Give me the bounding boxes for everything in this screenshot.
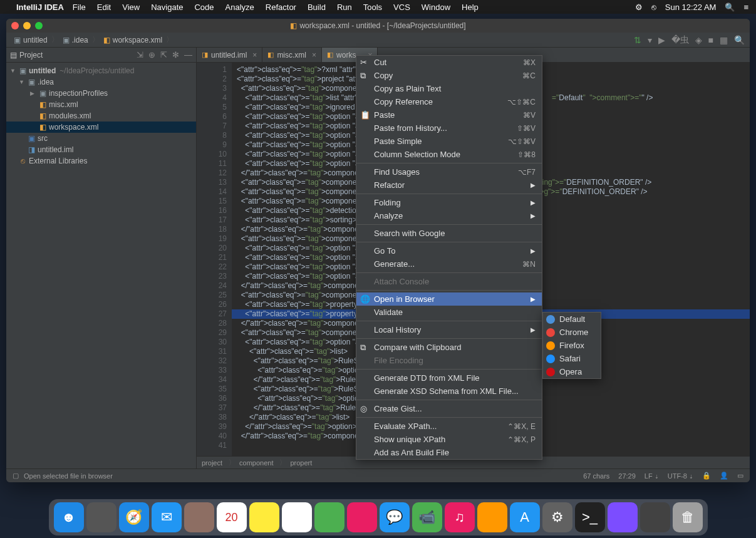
minimize-button[interactable]: [23, 22, 31, 29]
coverage-icon[interactable]: ◈: [695, 35, 702, 45]
ctx-generate-[interactable]: Generate...⌘N: [356, 257, 542, 271]
dropdown-icon[interactable]: ▾: [648, 35, 652, 45]
breadcrumb-item[interactable]: component: [239, 459, 273, 467]
menu-window[interactable]: Window: [422, 3, 450, 12]
dock-messages[interactable]: 💬: [380, 502, 410, 532]
ctx-local-history[interactable]: Local History▶: [356, 323, 542, 336]
ctx-go-to[interactable]: Go To▶: [356, 244, 542, 257]
browser-firefox[interactable]: Firefox: [543, 339, 601, 352]
build-icon[interactable]: ⇅: [634, 35, 641, 45]
maximize-button[interactable]: [35, 22, 43, 29]
breadcrumb-item[interactable]: propert: [290, 459, 312, 467]
status-encoding[interactable]: UTF-8 ⇣: [668, 472, 693, 480]
menu-build[interactable]: Build: [308, 3, 326, 12]
menu-navigate[interactable]: Navigate: [151, 3, 183, 12]
dock-intellij[interactable]: [608, 502, 638, 532]
menu-help[interactable]: Help: [462, 3, 479, 12]
tree-root[interactable]: ▼▣untitled~/IdeaProjects/untitled: [6, 65, 196, 76]
ctx-copy-reference[interactable]: Copy Reference⌥⇧⌘C: [356, 95, 542, 108]
close-button[interactable]: [11, 22, 19, 29]
ctx-folding[interactable]: Folding▶: [356, 196, 542, 209]
ctx-attach-console[interactable]: Attach Console: [356, 275, 542, 288]
inspector-icon[interactable]: 👤: [720, 472, 728, 480]
ctx-compare-with-clipboard[interactable]: ⧉Compare with Clipboard: [356, 341, 542, 354]
ctx-find-usages[interactable]: Find Usages⌥F7: [356, 165, 542, 178]
close-icon[interactable]: ×: [252, 51, 257, 59]
menu-edit[interactable]: Edit: [97, 3, 111, 12]
lock-icon[interactable]: 🔒: [702, 472, 711, 480]
dock-launchpad[interactable]: [86, 502, 117, 532]
dock-terminal[interactable]: >_: [575, 502, 605, 532]
dock-calendar[interactable]: 20: [217, 502, 247, 532]
ctx-paste[interactable]: 📋Paste⌘V: [356, 108, 542, 122]
tree-misc-xml[interactable]: ◧misc.xml: [6, 99, 196, 110]
menu-view[interactable]: View: [122, 3, 140, 12]
menu-code[interactable]: Code: [194, 3, 214, 12]
dock-appstore[interactable]: A: [510, 502, 540, 532]
dock-maps[interactable]: [314, 502, 344, 532]
dock-contacts[interactable]: [184, 502, 214, 532]
menu-analyze[interactable]: Analyze: [225, 3, 254, 12]
status-lf[interactable]: LF ⇣: [645, 472, 659, 480]
tree-workspace-xml[interactable]: ◧workspace.xml: [6, 122, 196, 133]
ctx-copy[interactable]: ⧉Copy⌘C: [356, 69, 542, 82]
tree-inspection-profiles[interactable]: ▶▣inspectionProfiles: [6, 88, 196, 99]
browser-chrome[interactable]: Chrome: [543, 326, 601, 339]
spotlight-icon[interactable]: 🔍: [725, 3, 735, 12]
hide-icon[interactable]: —: [184, 50, 192, 59]
tab-misc-xml[interactable]: ◧misc.xml×: [262, 48, 322, 62]
expand-icon[interactable]: ⇱: [160, 50, 167, 59]
menu-run[interactable]: Run: [337, 3, 352, 12]
app-name[interactable]: IntelliJ IDEA: [16, 3, 64, 12]
wifi-icon[interactable]: ⚙: [635, 3, 643, 12]
ctx-show-unique-xpath[interactable]: Show unique XPath⌃⌘X, P: [356, 433, 542, 446]
breadcrumb-idea[interactable]: ▣.idea: [60, 36, 91, 44]
browser-opera[interactable]: Opera: [543, 365, 601, 378]
ctx-create-gist-[interactable]: ◎Create Gist...: [356, 402, 542, 415]
close-icon[interactable]: ×: [312, 51, 316, 59]
browser-default[interactable]: Default: [543, 313, 601, 326]
dock-facetime[interactable]: 📹: [412, 502, 442, 532]
breadcrumb-item[interactable]: project: [202, 459, 222, 467]
ctx-refactor[interactable]: Refactor▶: [356, 178, 542, 192]
bluetooth-icon[interactable]: ⎋: [651, 3, 656, 12]
breadcrumb-file[interactable]: ◧workspace.xml: [101, 36, 165, 44]
gear-icon[interactable]: ✻: [172, 50, 179, 59]
menu-file[interactable]: File: [73, 3, 86, 12]
ctx-file-encoding[interactable]: File Encoding: [356, 354, 542, 367]
dock-photos[interactable]: [347, 502, 377, 532]
menu-extras-icon[interactable]: ≡: [743, 3, 748, 12]
ctx-analyze[interactable]: Analyze▶: [356, 209, 542, 222]
run-icon[interactable]: ▶: [658, 35, 665, 45]
search-icon[interactable]: 🔍: [734, 35, 745, 45]
menu-vcs[interactable]: VCS: [393, 3, 410, 12]
ctx-open-in-browser[interactable]: 🌐Open in Browser▶: [356, 292, 542, 306]
ctx-add-as-ant-build-file[interactable]: Add as Ant Build File: [356, 446, 542, 459]
dock-ibooks[interactable]: [477, 502, 507, 532]
tree-external-libraries[interactable]: ⎋External Libraries: [6, 155, 196, 167]
stop-icon[interactable]: ■: [708, 35, 713, 45]
menu-refactor[interactable]: Refactor: [266, 3, 296, 12]
tree-src[interactable]: ▣src: [6, 133, 196, 144]
ctx-column-selection-mode[interactable]: Column Selection Mode⇧⌘8: [356, 148, 542, 161]
dock-finder[interactable]: ☻: [54, 502, 84, 532]
dock-mail[interactable]: ✉: [152, 502, 182, 532]
ctx-cut[interactable]: ✂Cut⌘X: [356, 56, 542, 69]
ctx-generate-dtd-from-xml-file[interactable]: Generate DTD from XML File: [356, 371, 542, 385]
breadcrumb-root[interactable]: ▣untitled: [11, 36, 50, 44]
dock-notes[interactable]: [249, 502, 279, 532]
tree-idea-folder[interactable]: ▼▣.idea: [6, 76, 196, 88]
line-gutter[interactable]: 1234567891011121314151617181920212223242…: [197, 63, 232, 456]
debug-icon[interactable]: �虫: [671, 34, 689, 46]
tab-untitled-iml[interactable]: ◨untitled.iml×: [197, 48, 262, 62]
ctx-copy-as-plain-text[interactable]: Copy as Plain Text: [356, 82, 542, 95]
dock-misc[interactable]: [640, 502, 670, 532]
browser-safari[interactable]: Safari: [543, 352, 601, 365]
dock-trash[interactable]: 🗑: [673, 502, 703, 532]
tree-iml[interactable]: ◨untitled.iml: [6, 144, 196, 155]
tree-modules-xml[interactable]: ◧modules.xml: [6, 110, 196, 122]
ctx-validate[interactable]: Validate: [356, 306, 542, 319]
dock-itunes[interactable]: ♫: [445, 502, 475, 532]
ctx-generate-xsd-schema-from-xml-file-[interactable]: Generate XSD Schema from XML File...: [356, 385, 542, 398]
ctx-search-with-google[interactable]: Search with Google: [356, 227, 542, 240]
